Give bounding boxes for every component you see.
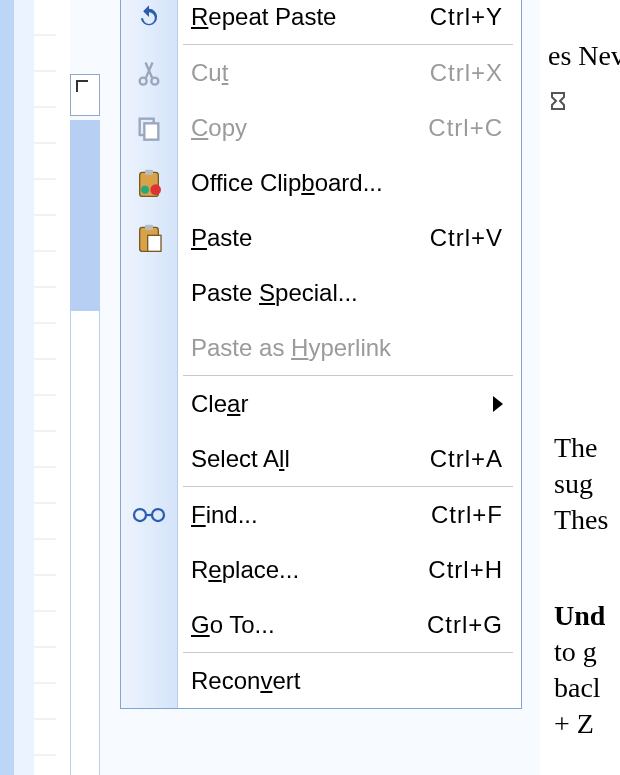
hourglass-icon — [546, 90, 570, 114]
find-icon — [131, 497, 167, 533]
menu-item-shortcut: Ctrl+A — [430, 445, 503, 473]
edit-menu: Repeat PasteCtrl+YCutCtrl+XCopyCtrl+COff… — [120, 0, 522, 709]
document-area[interactable]: es Nev The sug Thes Und to g bacl + Z — [540, 0, 620, 775]
menu-item-shortcut: Ctrl+G — [427, 611, 503, 639]
menu-item-selall[interactable]: Select AllCtrl+A — [121, 431, 521, 486]
menu-item-label: Select All — [191, 445, 418, 473]
repeat-icon — [131, 0, 167, 35]
menu-item-pastesp[interactable]: Paste Special... — [121, 265, 521, 320]
menu-item-paste[interactable]: PasteCtrl+V — [121, 210, 521, 265]
menu-item-shortcut: Ctrl+H — [428, 556, 503, 584]
ruler-corner — [70, 74, 100, 116]
menu-item-repeat[interactable]: Repeat PasteCtrl+Y — [121, 0, 521, 44]
paste-icon — [131, 220, 167, 256]
doc-fragment-1: The sug Thes — [554, 432, 608, 540]
menu-item-label: Replace... — [191, 556, 416, 584]
menu-item-shortcut: Ctrl+C — [428, 114, 503, 142]
menu-item-copy: CopyCtrl+C — [121, 100, 521, 155]
font-name-fragment: es Nev — [548, 40, 620, 72]
menu-item-label: Clear — [191, 390, 503, 418]
menu-item-cut: CutCtrl+X — [121, 45, 521, 100]
clipboard-options-icon — [131, 165, 167, 201]
menu-item-label: Cut — [191, 59, 418, 87]
menu-item-reconv[interactable]: Reconvert — [121, 653, 521, 708]
menu-item-find[interactable]: Find...Ctrl+F — [121, 487, 521, 542]
menu-item-officecb[interactable]: Office Clipboard... — [121, 155, 521, 210]
menu-item-clear[interactable]: Clear — [121, 376, 521, 431]
doc-fragment-2: Und to g bacl + Z — [554, 600, 605, 744]
svg-point-12 — [152, 509, 164, 521]
menu-item-label: Go To... — [191, 611, 415, 639]
chrome-strip-2 — [34, 0, 56, 775]
svg-point-7 — [141, 185, 149, 193]
window-edge — [0, 0, 15, 775]
menu-item-label: Find... — [191, 501, 419, 529]
menu-item-pastehy: Paste as Hyperlink — [121, 320, 521, 375]
chrome-gap — [56, 0, 70, 775]
svg-point-11 — [134, 509, 146, 521]
menu-item-goto[interactable]: Go To...Ctrl+G — [121, 597, 521, 652]
menu-item-replace[interactable]: Replace...Ctrl+H — [121, 542, 521, 597]
menu-item-label: Copy — [191, 114, 416, 142]
menu-item-shortcut: Ctrl+Y — [430, 3, 503, 31]
svg-rect-3 — [144, 123, 158, 139]
menu-item-shortcut: Ctrl+V — [430, 224, 503, 252]
menu-item-label: Paste — [191, 224, 418, 252]
svg-point-1 — [151, 77, 158, 84]
vertical-ruler[interactable] — [70, 120, 100, 775]
svg-point-0 — [140, 77, 147, 84]
menu-item-shortcut: Ctrl+F — [431, 501, 503, 529]
menu-item-label: Paste as Hyperlink — [191, 334, 503, 362]
svg-rect-5 — [145, 169, 153, 174]
menu-item-label: Repeat Paste — [191, 3, 418, 31]
menu-item-shortcut: Ctrl+X — [430, 59, 503, 87]
menu-item-label: Paste Special... — [191, 279, 503, 307]
svg-rect-9 — [145, 224, 153, 229]
menu-item-label: Reconvert — [191, 667, 503, 695]
copy-icon — [131, 110, 167, 146]
svg-point-6 — [150, 184, 161, 195]
menu-item-label: Office Clipboard... — [191, 169, 503, 197]
ruler-margin — [71, 121, 99, 311]
chrome-strip-1 — [14, 0, 34, 775]
cut-icon — [131, 55, 167, 91]
svg-rect-10 — [148, 235, 161, 251]
